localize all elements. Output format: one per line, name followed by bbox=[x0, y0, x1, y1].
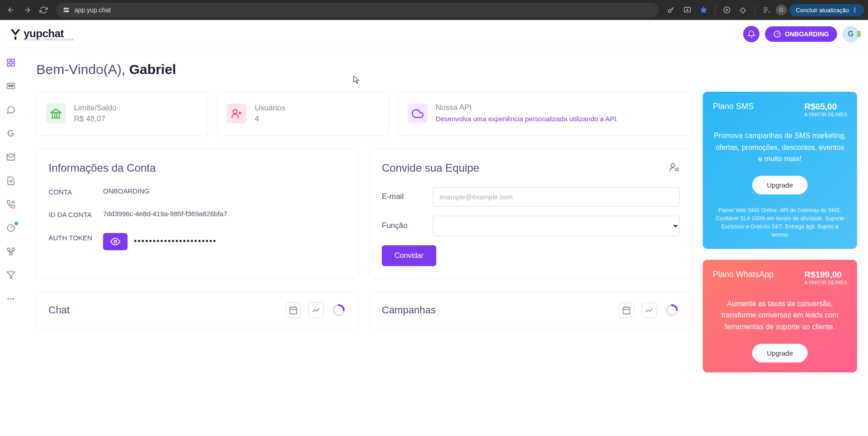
invite-team-card: Convide sua Equipe E-mail Função Convida… bbox=[370, 149, 692, 279]
svg-point-3 bbox=[67, 11, 68, 12]
plan-sms-upgrade-button[interactable]: Upgrade bbox=[752, 176, 808, 194]
sidebar-item-filter[interactable] bbox=[5, 270, 16, 281]
url-bar[interactable]: app.yup.chat bbox=[56, 3, 659, 17]
email-input[interactable] bbox=[433, 187, 680, 207]
sidebar-item-whatsapp[interactable] bbox=[5, 104, 16, 115]
logo-icon bbox=[9, 28, 22, 40]
svg-point-18 bbox=[10, 180, 12, 182]
users-value: 4 bbox=[255, 114, 285, 124]
dashboard-speed-icon bbox=[773, 30, 781, 38]
plan-wa-sub: A PARTIR DE/MÊS bbox=[804, 280, 847, 285]
whatsapp-icon bbox=[6, 105, 15, 114]
filter-icon bbox=[6, 271, 15, 280]
sms-icon: SMS bbox=[6, 82, 15, 91]
auth-token-label: AUTH TOKEN bbox=[49, 233, 103, 250]
api-card[interactable]: Nossa API Desenvolva uma experiência per… bbox=[398, 92, 692, 136]
calendar-icon bbox=[289, 306, 298, 315]
team-settings-button[interactable] bbox=[669, 162, 680, 174]
main-content: Bem-Vindo(A), Gabriel Limite/Saldo R$ 48… bbox=[22, 48, 868, 436]
users-icon bbox=[227, 104, 247, 124]
plan-sms-card: Plano SMS R$65,00 A PARTIR DE/MÊS Promov… bbox=[703, 92, 857, 249]
svg-rect-23 bbox=[10, 253, 12, 255]
plan-wa-upgrade-button[interactable]: Upgrade bbox=[752, 344, 808, 362]
api-title: Nossa API bbox=[436, 103, 618, 112]
account-value: ONBOARDING bbox=[103, 187, 346, 198]
media-control-icon[interactable] bbox=[760, 3, 773, 17]
notifications-button[interactable] bbox=[743, 26, 760, 42]
sidebar-item-sms[interactable]: SMS bbox=[5, 81, 16, 92]
sidebar-item-flows[interactable] bbox=[5, 246, 16, 257]
sidebar-item-documents[interactable] bbox=[5, 175, 16, 186]
status-indicator bbox=[857, 31, 861, 37]
svg-rect-31 bbox=[290, 307, 297, 314]
install-app-icon[interactable] bbox=[681, 3, 694, 17]
campaigns-calendar-button[interactable] bbox=[619, 302, 634, 318]
balance-value: R$ 48,07 bbox=[74, 114, 117, 124]
welcome-heading: Bem-Vindo(A), Gabriel bbox=[36, 62, 857, 77]
onboarding-badge[interactable]: ONBOARDING bbox=[765, 26, 837, 42]
role-select[interactable] bbox=[433, 216, 680, 236]
browser-reload-button[interactable] bbox=[36, 3, 51, 17]
file-icon bbox=[6, 176, 15, 185]
svg-rect-11 bbox=[8, 59, 10, 62]
svg-rect-13 bbox=[12, 64, 15, 66]
chat-calendar-button[interactable] bbox=[286, 302, 301, 318]
users-card[interactable]: Usuários 4 bbox=[217, 92, 389, 136]
account-info-title: Informações da Conta bbox=[49, 162, 346, 174]
extensions-icon[interactable] bbox=[736, 3, 750, 17]
svg-point-19 bbox=[12, 201, 15, 203]
sidebar-item-google[interactable] bbox=[5, 128, 16, 139]
campaigns-trend-button[interactable] bbox=[641, 302, 657, 318]
browser-back-button[interactable] bbox=[4, 3, 18, 17]
mail-icon bbox=[6, 153, 15, 162]
sidebar: SMS bbox=[0, 48, 22, 436]
plan-wa-price: R$199,00 bbox=[804, 270, 847, 280]
bookmark-star-icon[interactable] bbox=[697, 3, 710, 17]
svg-point-2 bbox=[65, 8, 66, 10]
svg-point-28 bbox=[114, 240, 117, 243]
balance-card[interactable]: Limite/Saldo R$ 48,07 bbox=[36, 92, 208, 136]
svg-text:SMS: SMS bbox=[9, 84, 14, 87]
browser-profile-avatar[interactable]: G bbox=[776, 5, 787, 15]
grid-icon bbox=[6, 58, 15, 67]
role-label: Função bbox=[382, 221, 427, 230]
bank-icon bbox=[46, 104, 66, 124]
account-id-value: 7dd3996c-4e8d-419a-985f-f369a826bfa7 bbox=[103, 210, 346, 220]
plan-wa-name: Plano WhatsApp bbox=[713, 270, 774, 279]
sidebar-item-more[interactable] bbox=[5, 293, 16, 304]
sidebar-item-dashboard[interactable] bbox=[5, 57, 16, 68]
flow-icon bbox=[6, 247, 15, 256]
svg-point-27 bbox=[233, 110, 237, 114]
svg-point-25 bbox=[10, 298, 11, 299]
plan-whatsapp-card: Plano WhatsApp R$199,00 A PARTIR DE/MÊS … bbox=[703, 260, 857, 372]
email-label: E-mail bbox=[382, 192, 427, 201]
browser-update-button[interactable]: Concluir atualização bbox=[789, 4, 864, 16]
invite-button[interactable]: Convidar bbox=[382, 245, 436, 266]
svg-point-8 bbox=[854, 10, 855, 10]
user-gear-icon bbox=[669, 162, 680, 173]
reveal-token-button[interactable] bbox=[103, 233, 128, 250]
plan-sms-name: Plano SMS bbox=[713, 102, 754, 111]
sidebar-item-activity[interactable] bbox=[5, 223, 16, 233]
phone-icon bbox=[6, 200, 15, 209]
svg-rect-12 bbox=[12, 59, 15, 62]
sidebar-item-calls[interactable] bbox=[5, 199, 16, 210]
calendar-icon bbox=[622, 306, 631, 315]
url-text: app.yup.chat bbox=[74, 6, 111, 14]
google-icon bbox=[6, 129, 15, 138]
cloud-icon bbox=[408, 104, 428, 124]
logo-subtitle: BUSINESS COMMUNICATIONS bbox=[24, 38, 74, 41]
account-info-card: Informações da Conta CONTA ONBOARDING ID… bbox=[36, 149, 359, 279]
sidebar-item-email[interactable] bbox=[5, 152, 16, 163]
site-settings-icon bbox=[63, 6, 70, 14]
account-id-label: ID DA CONTA bbox=[49, 210, 103, 220]
more-icon bbox=[6, 294, 15, 303]
user-avatar[interactable]: G bbox=[843, 26, 859, 42]
password-key-icon[interactable] bbox=[664, 3, 678, 17]
bell-icon bbox=[747, 30, 755, 38]
browser-forward-button[interactable] bbox=[20, 3, 35, 17]
logo[interactable]: yupchat BUSINESS COMMUNICATIONS bbox=[9, 27, 74, 41]
auth-token-value: •••••••••••••••••••••• bbox=[134, 237, 217, 246]
new-tab-icon[interactable] bbox=[720, 3, 734, 17]
chat-trend-button[interactable] bbox=[308, 302, 324, 318]
